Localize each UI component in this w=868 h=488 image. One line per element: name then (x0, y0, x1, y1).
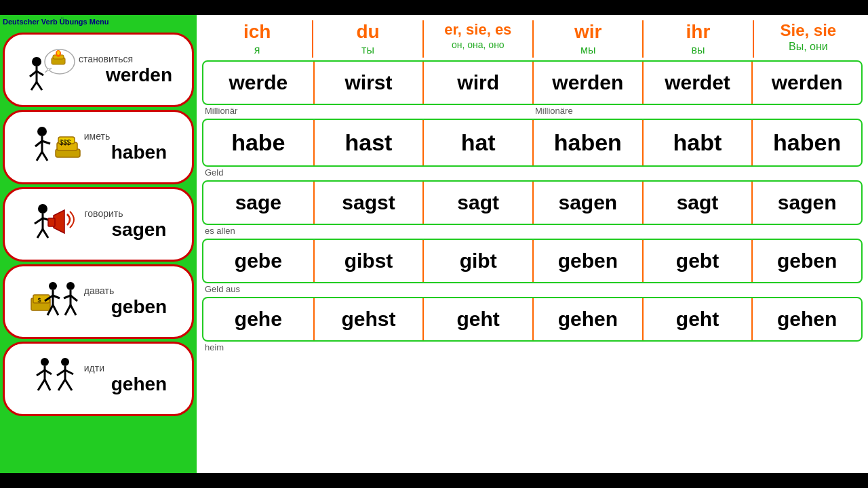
german-label-sagen: sagen (112, 219, 167, 240)
verb-card-geben: $ давать (3, 264, 194, 339)
svg-line-50 (45, 380, 50, 390)
cell-sagen-ihr: sagt (642, 182, 752, 224)
russian-label-geben: давать (84, 285, 167, 296)
russian-label-gehen: идти (84, 363, 167, 373)
svg-line-54 (65, 370, 73, 374)
svg-rect-29 (48, 218, 55, 226)
sublabel-millionar: Millionär (202, 105, 312, 117)
sublabel-heim: heim (202, 342, 312, 354)
svg-line-43 (65, 305, 71, 315)
pronoun-sie-sie: Sie, sie (754, 22, 863, 39)
pronoun-ihr: ihr (644, 22, 752, 43)
table-area: ich я du ты er, sie, es он, она, оно wir… (197, 15, 868, 473)
header-wir: wir мы (532, 20, 642, 58)
verb-card-haben: $$$ иметь haben (3, 110, 194, 184)
verb-card-sagen: говорить sagen (3, 187, 194, 262)
sublabel-millionare: Millionäre (532, 105, 642, 117)
svg-line-15 (42, 141, 50, 144)
german-label-haben: haben (111, 142, 167, 163)
row-haben: habe hast hat haben habt haben Geld (202, 119, 863, 179)
cell-geben-sie: geben (751, 240, 861, 282)
russian-ihr: вы (644, 44, 752, 56)
header-du: du ты (312, 20, 422, 58)
pronoun-wir: wir (534, 22, 642, 43)
cell-haben-du: hast (313, 120, 423, 165)
sublabel-geld-aus: Geld aus (202, 283, 312, 296)
russian-er-sie-es: он, она, оно (424, 39, 532, 50)
cell-geben-er: gibt (422, 240, 532, 282)
russian-label-haben: иметь (84, 131, 167, 142)
main-content: Deutscher Verb Übungs Menu (0, 15, 868, 473)
svg-line-55 (58, 380, 65, 390)
cell-gehen-wir: gehen (532, 298, 642, 340)
svg-point-39 (66, 282, 75, 290)
russian-label-werden: становиться (79, 54, 172, 64)
cell-werden-ich: werde (203, 62, 313, 104)
german-label-werden: werden (106, 64, 172, 85)
svg-point-6 (32, 57, 41, 66)
svg-line-17 (42, 152, 47, 161)
verb-row-haben: habe hast hat haben habt haben (202, 119, 863, 167)
row-geben: gebe gibst gibt geben gebt geben Geld au… (202, 239, 863, 296)
svg-line-24 (35, 218, 43, 224)
cell-werden-er: wird (422, 62, 532, 104)
svg-line-16 (37, 152, 42, 161)
verb-row-werden: werde wirst wird werden werdet werden (202, 60, 863, 105)
bottom-bar (0, 473, 868, 488)
werden-icon (24, 43, 79, 97)
header-ihr: ihr вы (642, 20, 752, 58)
row-gehen: gehe gehst geht gehen geht gehen heim (202, 297, 863, 354)
row-sagen: sage sagst sagt sagen sagt sagen es alle… (202, 180, 863, 237)
svg-point-51 (61, 358, 69, 366)
verb-card-gehen: идти gehen (3, 342, 194, 416)
svg-line-27 (43, 229, 48, 238)
russian-wir: мы (534, 44, 642, 56)
verb-row-geben: gebe gibst gibt geben gebt geben (202, 239, 863, 283)
german-label-geben: geben (111, 296, 167, 317)
russian-label-sagen: говорить (85, 208, 167, 219)
row-werden: werde wirst wird werden werdet werden Mi… (202, 60, 863, 117)
cell-gehen-ich: gehe (203, 298, 313, 340)
svg-point-22 (38, 204, 47, 214)
pronoun-ich: ich (202, 22, 312, 43)
svg-point-33 (49, 282, 57, 290)
gehen-icon (30, 355, 84, 403)
haben-icon: $$$ (30, 123, 84, 171)
cell-sagen-wir: sagen (532, 182, 642, 224)
pronoun-er-sie-es: er, sie, es (424, 22, 532, 38)
cell-werden-ihr: werdet (642, 62, 752, 104)
svg-point-4 (57, 51, 60, 55)
svg-line-10 (31, 82, 37, 90)
cell-haben-sie: haben (751, 120, 861, 165)
header-sie-sie: Sie, sie Вы, они (753, 20, 863, 58)
cell-haben-ich: habe (203, 120, 313, 165)
top-bar (0, 0, 868, 15)
svg-text:$$$: $$$ (59, 139, 71, 146)
cell-sagen-ich: sage (203, 182, 313, 224)
verb-row-sagen: sage sagst sagt sagen sagt sagen (202, 180, 863, 225)
geben-icon: $ (30, 278, 84, 325)
cell-gehen-sie: gehen (751, 298, 861, 340)
header-ich: ich я (202, 20, 312, 58)
sidebar-title: Deutscher Verb Übungs Menu (3, 18, 108, 26)
russian-ich: я (202, 44, 312, 56)
svg-point-45 (41, 358, 49, 366)
cell-werden-sie: werden (751, 62, 861, 104)
cell-gehen-ihr: geht (642, 298, 752, 340)
svg-line-26 (37, 229, 43, 238)
cell-haben-wir: haben (532, 120, 642, 165)
header-er-sie-es: er, sie, es он, она, оно (422, 20, 532, 58)
sidebar: Deutscher Verb Übungs Menu (0, 15, 197, 473)
cell-gehen-du: gehst (313, 298, 423, 340)
svg-line-53 (57, 370, 65, 375)
cell-geben-wir: geben (532, 240, 642, 282)
pronoun-du: du (313, 22, 422, 43)
cell-werden-wir: werden (532, 62, 642, 104)
german-label-gehen: gehen (111, 373, 167, 394)
cell-sagen-du: sagst (313, 182, 423, 224)
cell-sagen-er: sagt (422, 182, 532, 224)
svg-line-44 (71, 305, 76, 315)
verb-card-werden: становиться werden (3, 33, 194, 107)
cell-gehen-er: geht (422, 298, 532, 340)
svg-text:$: $ (37, 297, 41, 304)
